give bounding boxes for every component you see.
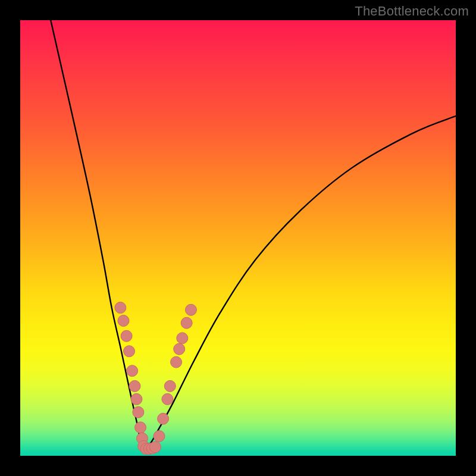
data-marker	[158, 413, 169, 424]
data-marker	[121, 330, 132, 342]
data-marker	[177, 333, 188, 344]
data-marker	[171, 356, 182, 368]
data-marker	[154, 431, 165, 442]
data-marker	[118, 315, 129, 327]
watermark-text: TheBottleneck.com	[355, 4, 469, 19]
data-marker	[133, 406, 144, 418]
data-marker	[127, 365, 138, 377]
curve-layer	[20, 20, 456, 456]
chart-frame: TheBottleneck.com	[0, 0, 476, 476]
data-marker	[185, 304, 196, 315]
data-marker	[135, 422, 146, 433]
data-marker	[181, 317, 192, 328]
data-marker	[149, 441, 161, 453]
data-marker	[131, 393, 142, 405]
curve-right-branch	[145, 116, 456, 449]
data-marker	[174, 343, 185, 355]
data-marker	[115, 302, 126, 314]
data-marker	[129, 380, 140, 392]
data-marker	[124, 346, 135, 357]
data-marker	[162, 393, 173, 405]
data-marker	[164, 380, 176, 392]
plot-area	[20, 20, 456, 456]
